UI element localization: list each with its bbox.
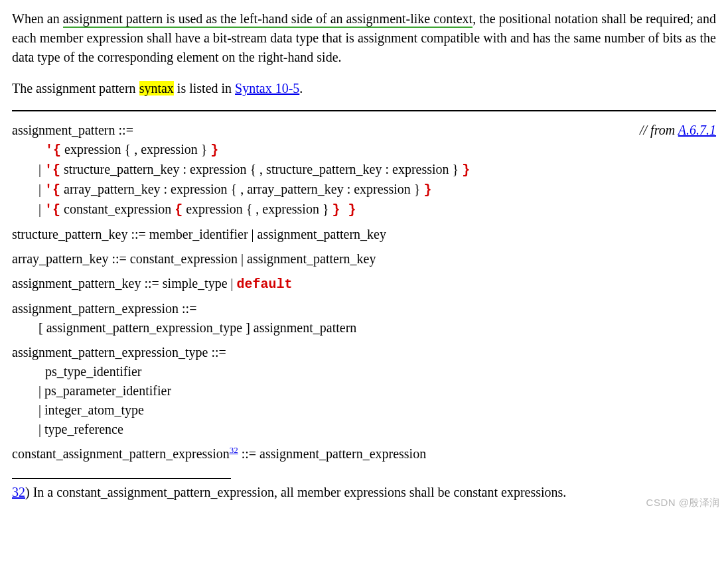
footnote-text: In a constant_assignment_pattern_express… xyxy=(33,485,567,499)
top-rule xyxy=(12,110,716,111)
intro-text-a: When an xyxy=(12,11,63,26)
kw-close: } } xyxy=(332,202,356,218)
rule-array-pattern-key: array_pattern_key ::= constant_expressio… xyxy=(12,249,716,269)
intro-paragraph-1: When an assignment pattern is used as th… xyxy=(12,9,716,67)
kw-close: } xyxy=(423,182,431,198)
rule-alt1: '{ expression { , expression } } xyxy=(38,140,716,160)
kw-open: '{ xyxy=(44,202,60,218)
rule-assignment-pattern-expression: assignment_pattern_expression ::= [ assi… xyxy=(12,299,716,338)
kw-open: '{ xyxy=(44,162,60,178)
kw-open2: { xyxy=(175,202,182,218)
intro-p2-a: The assignment pattern xyxy=(12,81,139,95)
kw-close: } xyxy=(462,162,470,178)
intro-p2-c: . xyxy=(299,81,303,95)
watermark: CSDN @殷泽润 xyxy=(646,495,720,510)
from-link[interactable]: A.6.7.1 xyxy=(678,123,716,137)
kw-open: '{ xyxy=(45,143,61,158)
rule-constant-ape: constant_assignment_pattern_expression32… xyxy=(12,444,716,464)
rule-head: assignment_pattern ::= xyxy=(12,121,716,140)
from-reference: // from A.6.7.1 xyxy=(640,121,716,140)
rule-alt4: '{ constant_expression { expression { , … xyxy=(38,200,716,220)
syntax-block: // from A.6.7.1 assignment_pattern ::= '… xyxy=(12,121,716,464)
rule-assignment-pattern-key: assignment_pattern_key ::= simple_type |… xyxy=(12,274,716,294)
syntax-link[interactable]: Syntax 10-5 xyxy=(235,81,299,95)
intro-paragraph-2: The assignment pattern syntax is listed … xyxy=(12,79,716,98)
footnote-number[interactable]: 32 xyxy=(12,485,25,499)
rule-assignment-pattern: assignment_pattern ::= '{ expression { ,… xyxy=(12,121,716,220)
from-prefix: // from xyxy=(640,123,678,137)
rule-alt3: '{ array_pattern_key : expression { , ar… xyxy=(38,180,716,200)
footnote-32: 32) In a constant_assignment_pattern_exp… xyxy=(12,483,716,502)
kw-close: } xyxy=(210,143,218,158)
intro-underlined: assignment pattern is used as the left-h… xyxy=(63,11,473,28)
kw-default: default xyxy=(237,277,293,292)
intro-p2-highlight: syntax xyxy=(139,81,174,95)
rule-alt2: '{ structure_pattern_key : expression { … xyxy=(38,160,716,180)
footnote-ref-32[interactable]: 32 xyxy=(230,445,238,455)
rule-structure-pattern-key: structure_pattern_key ::= member_identif… xyxy=(12,225,716,244)
rule-assignment-pattern-expression-type: assignment_pattern_expression_type ::= p… xyxy=(12,343,716,439)
intro-p2-b: is listed in xyxy=(174,81,235,95)
footnote-rule xyxy=(12,478,231,479)
kw-open: '{ xyxy=(44,182,60,198)
